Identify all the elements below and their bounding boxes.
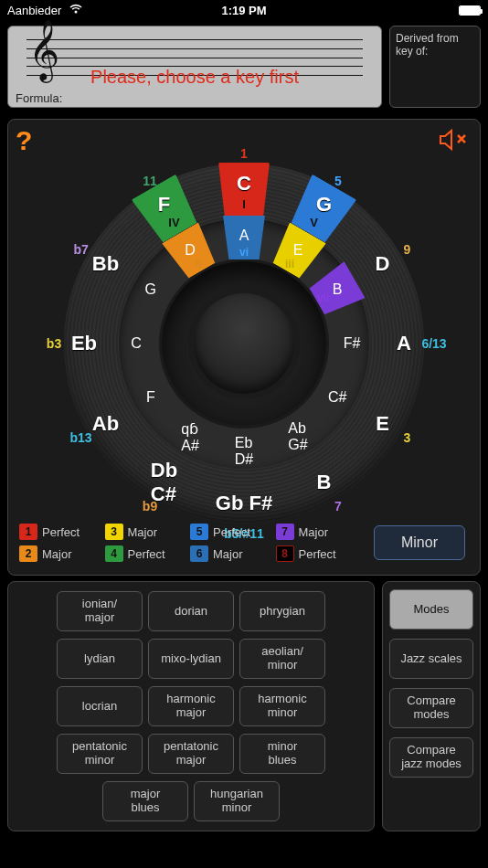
mid-note-11[interactable]: D [185, 242, 196, 259]
roman-IV[interactable]: IV [168, 216, 179, 229]
mode-lydian[interactable]: lydian [57, 639, 143, 679]
minor-button-label: Minor [401, 535, 438, 551]
mid-note-0[interactable]: A [239, 228, 249, 244]
wifi-icon [69, 4, 83, 17]
category-compare-jazz-modes[interactable]: Comparejazz modes [389, 737, 473, 778]
minor-toggle-button[interactable]: Minor [374, 525, 465, 560]
category-jazz-scales[interactable]: Jazz scales [389, 639, 473, 679]
mode-phrygian[interactable]: phrygian [239, 591, 325, 631]
legend-item-6: 6Major [190, 545, 267, 562]
legend-item-4: 4Perfect [105, 545, 182, 562]
formula-label: Formula: [16, 91, 374, 105]
legend-item-3: 3Major [105, 524, 182, 540]
mid-note-3[interactable]: F# [344, 335, 361, 352]
modes-panel: ionian/majordorianphrygianlydianmixo-lyd… [7, 581, 375, 831]
circle-panel: ? C1G5D9A6/13E3B7Gb F#b5/#11 DbC#b9Abb13… [7, 119, 481, 576]
roman-V[interactable]: V [310, 216, 318, 229]
outer-note-GbF#[interactable]: Gb F# [216, 492, 272, 515]
circle-of-fifths[interactable]: C1G5D9A6/13E3B7Gb F#b5/#11 DbC#b9Abb13Eb… [48, 147, 440, 540]
legend-item-5: 5Perfect [190, 524, 267, 540]
mid-note-2[interactable]: B [333, 281, 343, 298]
legend-item-1: 1Perfect [19, 524, 96, 540]
mode-harmonic-minor[interactable]: harmonicminor [239, 686, 325, 726]
help-icon[interactable]: ? [16, 125, 32, 156]
outer-note-Ab[interactable]: Ab [92, 412, 119, 436]
outer-note-B[interactable]: B [317, 471, 332, 494]
roman-I[interactable]: I [242, 197, 246, 211]
status-bar: Aanbieder 1:19 PM [0, 0, 488, 20]
outer-interval-b3[interactable]: b3 [47, 336, 61, 351]
mid-note-5[interactable]: AbG# [288, 420, 307, 453]
outer-note-G[interactable]: G [316, 193, 332, 217]
battery-icon [459, 5, 481, 16]
outer-note-C[interactable]: C [237, 172, 251, 196]
outer-note-D[interactable]: D [376, 252, 390, 276]
outer-interval-7[interactable]: 7 [334, 499, 342, 513]
outer-interval-b7[interactable]: b7 [73, 242, 88, 257]
category-compare-modes[interactable]: Comparemodes [389, 688, 473, 728]
mode-harmonic-major[interactable]: harmonicmajor [148, 686, 234, 726]
outer-interval-5[interactable]: 5 [334, 174, 342, 188]
category-panel: ModesJazz scalesComparemodesComparejazz … [382, 581, 481, 831]
mode-pentatonic-minor[interactable]: pentatonicminor [57, 734, 143, 774]
mid-note-9[interactable]: C [131, 335, 142, 352]
mode-aeolian--minor[interactable]: aeolian/minor [239, 639, 325, 679]
mid-note-4[interactable]: C# [328, 389, 346, 406]
outer-note-F[interactable]: F [158, 193, 170, 217]
mode-locrian[interactable]: locrian [57, 686, 143, 726]
derived-label: Derived from key of: [396, 32, 459, 58]
outer-note-Eb[interactable]: Eb [71, 332, 97, 355]
mid-roman-vi[interactable]: vi [239, 246, 249, 259]
mid-note-1[interactable]: E [293, 242, 303, 259]
outer-interval-9[interactable]: 9 [403, 242, 410, 257]
outer-note-A[interactable]: A [397, 332, 411, 355]
outer-interval-11[interactable]: 11 [143, 174, 157, 188]
outer-interval-b13[interactable]: b13 [70, 430, 92, 445]
derived-key-panel: Derived from key of: [389, 26, 481, 108]
mid-roman-vii[interactable]: vii [317, 291, 329, 304]
mid-roman-iii[interactable]: iii [285, 258, 294, 270]
mode-major-blues[interactable]: majorblues [102, 781, 188, 821]
status-time: 1:19 PM [221, 4, 266, 17]
outer-interval-1[interactable]: 1 [240, 146, 248, 161]
legend-item-8: 8Perfect [276, 545, 353, 562]
mode-mixo-lydian[interactable]: mixo-lydian [148, 639, 234, 679]
legend-item-7: 7Major [276, 524, 353, 540]
category-modes[interactable]: Modes [389, 589, 473, 630]
outer-interval-3[interactable]: 3 [403, 430, 410, 445]
carrier: Aanbieder [7, 4, 61, 17]
mid-note-7[interactable]: qɓA# [181, 420, 199, 454]
mid-note-8[interactable]: F [146, 389, 155, 406]
mode-minor-blues[interactable]: minorblues [239, 734, 325, 774]
outer-interval-b9[interactable]: b9 [143, 499, 157, 513]
mute-icon[interactable] [438, 127, 469, 153]
staff-message: Please, choose a key first [16, 67, 374, 88]
mode-hungarian-minor[interactable]: hungarianminor [194, 781, 280, 821]
mid-note-6[interactable]: EbD# [235, 435, 253, 468]
outer-interval-6/13[interactable]: 6/13 [421, 336, 446, 351]
mid-roman-ii[interactable]: ii [196, 258, 202, 270]
mode-pentatonic-major[interactable]: pentatonicmajor [148, 734, 234, 774]
mode-dorian[interactable]: dorian [148, 591, 234, 631]
legend-item-2: 2Major [19, 545, 96, 562]
mid-note-10[interactable]: G [145, 281, 156, 298]
outer-note-E[interactable]: E [376, 412, 389, 436]
mode-ionian--major[interactable]: ionian/major [57, 591, 143, 631]
interval-legend: 1Perfect3Major5Perfect7Major2Major4Perfe… [19, 524, 352, 562]
staff-panel: 𝄞 Please, choose a key first Formula: [7, 26, 382, 108]
outer-note-Bb[interactable]: Bb [92, 252, 119, 276]
